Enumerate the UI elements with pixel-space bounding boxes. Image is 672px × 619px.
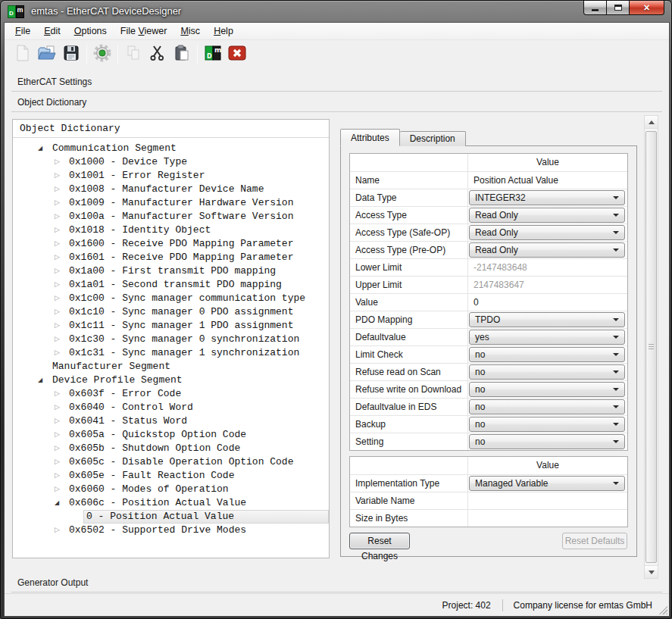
tree-item-0x6041-status-word[interactable]: ▷0x6041 - Status Word [13, 414, 329, 428]
tree-collapsed-icon[interactable]: ▷ [52, 442, 67, 455]
resize-grip[interactable] [658, 605, 667, 614]
tree-collapsed-icon[interactable]: ▷ [52, 264, 67, 278]
combo-defaultvalue-in-eds[interactable]: no [469, 399, 625, 414]
tree-collapsed-icon[interactable]: ▷ [52, 251, 67, 264]
attr-value-text[interactable] [468, 513, 474, 524]
toolbar-cut-button[interactable] [146, 43, 169, 66]
tree-collapsed-icon[interactable]: ▷ [52, 183, 67, 196]
tree-item-0x1c31-sync-manager-1-synchronization[interactable]: ▷0x1c31 - Sync manager 1 synchronization [13, 346, 329, 360]
tree-item-0x1a00-first-transmit-pdo-mapping[interactable]: ▷0x1a00 - First transmit PDO mapping [13, 264, 329, 278]
tree-item-manufacturer-segment[interactable]: Manufacturer Segment [13, 360, 329, 374]
tree-item-0x1c30-sync-manager-0-synchronization[interactable]: ▷0x1c30 - Sync manager 0 synchronization [13, 333, 329, 346]
menu-edit[interactable]: Edit [37, 23, 67, 39]
tree-collapsed-icon[interactable]: ▷ [52, 455, 67, 469]
tab-attributes[interactable]: Attributes [340, 129, 400, 146]
tree-collapsed-icon[interactable]: ▷ [52, 196, 67, 210]
toolbar-settings-gear-button[interactable] [91, 43, 114, 66]
tree-collapsed-icon[interactable]: ▷ [52, 210, 67, 224]
toolbar-exit-button[interactable] [226, 43, 248, 66]
combo-refuse-write-on-download[interactable]: no [469, 382, 625, 397]
scrollbar-thumb[interactable] [645, 131, 657, 563]
menu-options[interactable]: Options [67, 23, 114, 39]
tree-item-0x6040-control-word[interactable]: ▷0x6040 - Control Word [13, 401, 329, 414]
tree-collapsed-icon[interactable]: ▷ [52, 169, 67, 183]
tree-item-0x603f-error-code[interactable]: ▷0x603f - Error Code [13, 387, 329, 401]
tree-item-0x605b-shutdown-option-code[interactable]: ▷0x605b - Shutdown Option Code [13, 442, 329, 455]
tree-item-0x1a01-second-transmit-pdo-mapping[interactable]: ▷0x1a01 - Second transmit PDO mapping [13, 278, 329, 292]
tree-collapsed-icon[interactable]: ▷ [52, 428, 67, 442]
tree-collapsed-icon[interactable]: ▷ [52, 155, 67, 169]
tree-collapsed-icon[interactable]: ▷ [52, 414, 67, 428]
tree-collapsed-icon[interactable]: ▷ [52, 483, 67, 496]
scroll-up-button[interactable] [645, 116, 658, 129]
menu-misc[interactable]: Misc [173, 23, 207, 39]
combo-limit-check[interactable]: no [469, 347, 625, 362]
tree-collapsed-icon[interactable]: ▷ [52, 346, 67, 360]
tree-item-0x1001-error-register[interactable]: ▷0x1001 - Error Register [13, 169, 329, 183]
minimize-button[interactable] [583, 1, 607, 15]
attr-value-text[interactable]: 0 [468, 297, 479, 308]
tree-item-0x1000-device-type[interactable]: ▷0x1000 - Device Type [13, 155, 329, 169]
vertical-scrollbar[interactable] [644, 115, 658, 579]
combo-pdo-mapping[interactable]: TPDO [469, 312, 625, 327]
combo-access-type-pre-op[interactable]: Read Only [469, 242, 625, 258]
tree-item-communication-segment[interactable]: ◢Communication Segment [13, 142, 329, 155]
tree-item-0x1600-receive-pdo-mapping-parameter[interactable]: ▷0x1600 - Receive PDO Mapping Parameter [13, 237, 329, 251]
combo-access-type-safe-op[interactable]: Read Only [469, 225, 625, 240]
combo-data-type[interactable]: INTEGER32 [469, 190, 625, 205]
tree-item-0x606c-position-actual-value[interactable]: ◢0x606c - Position Actual Value [13, 496, 329, 510]
tree-collapsed-icon[interactable]: ▷ [52, 333, 67, 346]
tree-collapsed-icon[interactable]: ▷ [52, 237, 67, 251]
tree-item-0x1c10-sync-manager-0-pdo-assignment[interactable]: ▷0x1c10 - Sync manager 0 PDO assignment [13, 305, 329, 319]
section-generator-output[interactable]: Generator Output [11, 574, 662, 592]
tree-item-0x6502-supported-drive-modes[interactable]: ▷0x6502 - Supported Drive Modes [13, 524, 329, 537]
tree-item-device-profile-segment[interactable]: ◢Device Profile Segment [13, 374, 329, 387]
tree-collapsed-icon[interactable]: ▷ [52, 224, 67, 237]
maximize-button[interactable] [607, 1, 629, 15]
combo-setting[interactable]: no [469, 434, 625, 449]
toolbar-device-designer-logo-button[interactable]: Dm [202, 43, 224, 66]
combo-backup[interactable]: no [469, 417, 625, 432]
tree-expanded-icon[interactable]: ◢ [52, 496, 67, 510]
tree-collapsed-icon[interactable]: ▷ [52, 524, 67, 537]
tree-item-0x6060-modes-of-operation[interactable]: ▷0x6060 - Modes of Operation [13, 483, 329, 496]
combo-defaultvalue[interactable]: yes [469, 330, 625, 345]
attr-value-text[interactable] [468, 496, 474, 506]
tree-collapsed-icon[interactable]: ▷ [52, 469, 67, 483]
menu-help[interactable]: Help [207, 23, 240, 39]
tree-item-0x100a-manufacturer-software-version[interactable]: ▷0x100a - Manufacturer Software Version [13, 210, 329, 224]
title-bar[interactable]: Dm emtas - EtherCAT DeviceDesigner × [1, 1, 671, 22]
tree-collapsed-icon[interactable]: ▷ [52, 319, 67, 333]
toolbar-save-file-button[interactable] [60, 43, 83, 66]
combo-refuse-read-on-scan[interactable]: no [469, 364, 625, 380]
tab-description[interactable]: Description [400, 131, 466, 146]
tree-item-0x1009-manufacturer-hardware-version[interactable]: ▷0x1009 - Manufacturer Hardware Version [13, 196, 329, 210]
tree-collapsed-icon[interactable]: ▷ [52, 401, 67, 414]
menu-file-viewer[interactable]: File Viewer [114, 23, 174, 39]
reset-changes-button[interactable]: Reset Changes [349, 533, 410, 549]
section-ethercat-settings[interactable]: EtherCAT Settings [11, 73, 662, 92]
combo-access-type[interactable]: Read Only [469, 208, 625, 223]
tree-item-0x1c00-sync-manager-communication-type[interactable]: ▷0x1c00 - Sync manager communication typ… [13, 292, 329, 305]
toolbar-open-file-button[interactable] [36, 43, 58, 66]
tree-item-0x1c11-sync-manager-1-pdo-assignment[interactable]: ▷0x1c11 - Sync manager 1 PDO assignment [13, 319, 329, 333]
tree-item-0x605a-quickstop-option-code[interactable]: ▷0x605a - Quickstop Option Code [13, 428, 329, 442]
tree-item-0x605e-fault-reaction-code[interactable]: ▷0x605e - Fault Reaction Code [13, 469, 329, 483]
tree-item-0x1008-manufacturer-device-name[interactable]: ▷0x1008 - Manufacturer Device Name [13, 183, 329, 196]
tree-item-0x1018-identity-object[interactable]: ▷0x1018 - Identity Object [13, 224, 329, 237]
combo-implementation-type[interactable]: Managed Variable [469, 476, 625, 491]
tree-collapsed-icon[interactable]: ▷ [52, 305, 67, 319]
tree-item-0x1601-receive-pdo-mapping-parameter[interactable]: ▷0x1601 - Receive PDO Mapping Parameter [13, 251, 329, 264]
tree-collapsed-icon[interactable]: ▷ [52, 292, 67, 305]
close-button[interactable]: × [629, 1, 664, 15]
tree-expanded-icon[interactable]: ◢ [36, 374, 50, 387]
tree-collapsed-icon[interactable]: ▷ [52, 278, 67, 292]
toolbar-paste-button[interactable] [170, 43, 193, 66]
menu-file[interactable]: File [8, 23, 37, 39]
attr-value-text[interactable]: Position Actual Value [468, 175, 558, 186]
tree-item-0x605c-disable-operation-option-code[interactable]: ▷0x605c - Disable Operation Option Code [13, 455, 329, 469]
tree-expanded-icon[interactable]: ◢ [36, 142, 50, 155]
tree-collapsed-icon[interactable]: ▷ [52, 387, 67, 401]
section-object-dictionary[interactable]: Object Dictionary [11, 93, 662, 112]
tree-item-0-position-actual-value[interactable]: 0 - Position Actual Value [13, 510, 329, 524]
